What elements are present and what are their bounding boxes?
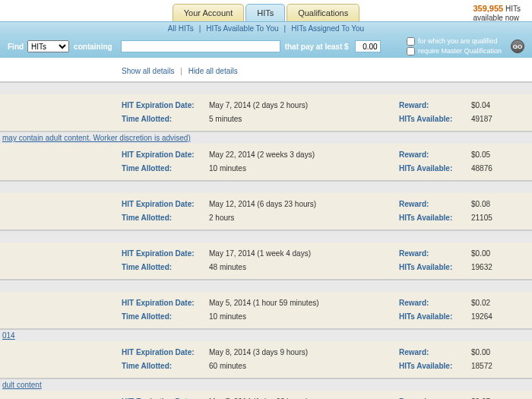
search-input[interactable]	[121, 40, 280, 52]
hit-title-bar: dult content	[0, 379, 532, 391]
hits-subnav: All HITs | HITs Available To You | HITs …	[0, 21, 532, 35]
hit-item: 014HIT Expiration Date:May 8, 2014 (3 da…	[0, 328, 532, 378]
hits-available-label: HITs Available:	[399, 112, 471, 126]
reward-label: Reward:	[399, 247, 471, 261]
subnav-all-hits[interactable]: All HITs	[168, 24, 194, 33]
hits-available-value: 19264	[471, 310, 492, 324]
time-allotted-label: Time Allotted:	[122, 261, 209, 274]
time-allotted-label: Time Allotted:	[122, 310, 209, 324]
reward-label: Reward:	[399, 346, 471, 359]
hit-details: HIT Expiration Date:May 7, 2014 (2 days …	[0, 94, 532, 131]
time-allotted-value: 2 hours	[209, 211, 234, 225]
hide-all-details[interactable]: Hide all details	[188, 67, 238, 75]
hits-available-value: 49187	[471, 112, 492, 126]
time-allotted-value: 5 minutes	[209, 112, 242, 126]
hits-available-label: HITs Available:	[399, 359, 471, 373]
expiration-value: May 17, 2014 (1 week 4 days)	[209, 247, 311, 261]
subnav-hits-available[interactable]: HITs Available To You	[206, 24, 278, 33]
hit-title-link[interactable]: dult content	[2, 381, 42, 389]
expiration-label: HIT Expiration Date:	[122, 395, 209, 399]
hit-details: HIT Expiration Date:May 12, 2014 (6 days…	[0, 193, 532, 230]
reward-value: $0.08	[471, 198, 490, 211]
reward-value: $0.02	[471, 296, 490, 310]
time-allotted-label: Time Allotted:	[122, 211, 209, 225]
hit-details: HIT Expiration Date:May 17, 2014 (1 week…	[0, 242, 532, 279]
hit-details: HIT Expiration Date:May 7, 2014 (1 day 2…	[0, 391, 532, 399]
find-label: Find	[8, 43, 24, 51]
hit-item: HIT Expiration Date:May 17, 2014 (1 week…	[0, 230, 532, 279]
reward-label: Reward:	[399, 99, 471, 112]
reward-value: $0.00	[471, 247, 490, 261]
hit-item: may contain adult content. Worker discre…	[0, 131, 532, 180]
hit-title-bar: may contain adult content. Worker discre…	[0, 132, 532, 144]
time-allotted-label: Time Allotted:	[122, 162, 209, 176]
master-checkbox[interactable]	[407, 47, 415, 55]
hits-available-value: 19632	[471, 261, 492, 274]
reward-value: $0.04	[471, 99, 490, 112]
hit-item: HIT Expiration Date:May 5, 2014 (1 hour …	[0, 279, 532, 328]
hit-details: HIT Expiration Date:May 8, 2014 (3 days …	[0, 341, 532, 378]
hit-list: HIT Expiration Date:May 7, 2014 (2 days …	[0, 81, 532, 399]
expiration-label: HIT Expiration Date:	[122, 198, 209, 211]
pay-label: that pay at least $	[285, 43, 349, 51]
find-type-select[interactable]: HITs	[27, 40, 69, 52]
search-filters: for which you are qualified require Mast…	[407, 35, 502, 56]
pay-input[interactable]	[355, 40, 381, 52]
containing-label: containing	[74, 43, 112, 51]
time-allotted-value: 48 minutes	[209, 261, 246, 274]
expiration-value: May 5, 2014 (1 hour 59 minutes)	[209, 296, 319, 310]
time-allotted-label: Time Allotted:	[122, 359, 209, 373]
expiration-label: HIT Expiration Date:	[122, 247, 209, 261]
hit-item: dult contentHIT Expiration Date:May 7, 2…	[0, 378, 532, 399]
time-allotted-value: 10 minutes	[209, 162, 246, 176]
hit-title-bar	[0, 182, 532, 193]
hits-available-label: HITs Available:	[399, 261, 471, 274]
hit-title-bar	[0, 231, 532, 242]
reward-label: Reward:	[399, 148, 471, 162]
reward-value: $0.05	[471, 148, 490, 162]
expiration-label: HIT Expiration Date:	[122, 148, 209, 162]
expiration-value: May 22, 2014 (2 weeks 3 days)	[209, 148, 315, 162]
reward-value: $0.07	[471, 395, 490, 399]
reward-label: Reward:	[399, 198, 471, 211]
reward-label: Reward:	[399, 296, 471, 310]
tab-qualifications[interactable]: Qualifications	[287, 4, 359, 21]
expiration-label: HIT Expiration Date:	[122, 296, 209, 310]
detail-toggle: Show all details | Hide all details	[0, 58, 532, 81]
time-allotted-value: 60 minutes	[209, 359, 246, 373]
expiration-value: May 7, 2014 (2 days 2 hours)	[209, 99, 308, 112]
hit-item: HIT Expiration Date:May 7, 2014 (2 days …	[0, 81, 532, 131]
time-allotted-value: 10 minutes	[209, 310, 246, 324]
hit-details: HIT Expiration Date:May 22, 2014 (2 week…	[0, 144, 532, 180]
hits-available-value: 21105	[471, 211, 492, 225]
go-button[interactable]: GO	[511, 40, 524, 53]
hits-count: 359,955	[473, 4, 503, 13]
hit-item: HIT Expiration Date:May 12, 2014 (6 days…	[0, 180, 532, 230]
expiration-label: HIT Expiration Date:	[122, 346, 209, 359]
qualified-checkbox[interactable]	[407, 37, 415, 46]
expiration-value: May 12, 2014 (6 days 23 hours)	[209, 198, 316, 211]
reward-label: Reward:	[399, 395, 471, 399]
hits-available-label: HITs Available:	[399, 162, 471, 176]
hits-available-label: HITs Available:	[399, 211, 471, 225]
tab-your-account[interactable]: Your Account	[173, 4, 244, 21]
expiration-value: May 8, 2014 (3 days 9 hours)	[209, 346, 308, 359]
hit-title-bar	[0, 280, 532, 292]
tab-hits[interactable]: HITs	[245, 4, 285, 21]
expiration-value: May 7, 2014 (1 day 22 hours)	[209, 395, 309, 399]
hits-available-label: HITs Available:	[399, 310, 471, 324]
hits-available-value: 18572	[471, 359, 492, 373]
reward-value: $0.00	[471, 346, 490, 359]
hit-title-link[interactable]: 014	[2, 331, 15, 340]
time-allotted-label: Time Allotted:	[122, 112, 209, 126]
hits-available-value: 48876	[471, 162, 492, 176]
search-bar: Find HITs containing that pay at least $…	[0, 35, 532, 58]
hit-details: HIT Expiration Date:May 5, 2014 (1 hour …	[0, 292, 532, 328]
hit-title-link[interactable]: may contain adult content. Worker discre…	[2, 134, 191, 142]
main-tabs: Your Account HITs Qualifications 359,955…	[0, 0, 532, 21]
subnav-hits-assigned[interactable]: HITs Assigned To You	[291, 24, 364, 33]
expiration-label: HIT Expiration Date:	[122, 99, 209, 112]
show-all-details[interactable]: Show all details	[122, 67, 174, 75]
hit-title-bar: 014	[0, 330, 532, 341]
hits-available-stats: 359,955 HITs available now	[473, 4, 521, 23]
